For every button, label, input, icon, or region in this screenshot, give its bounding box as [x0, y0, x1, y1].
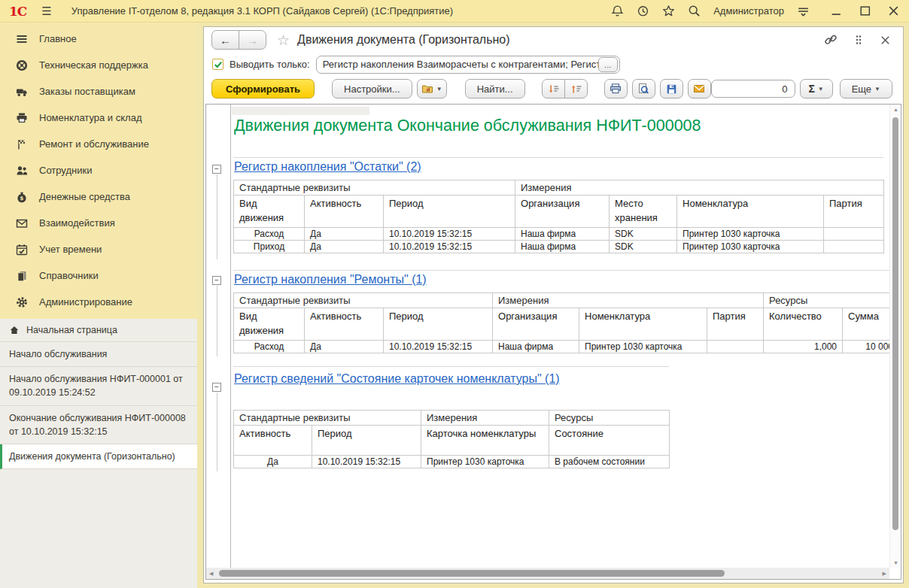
sort-descending-button[interactable]	[542, 79, 565, 99]
scroll-down-icon[interactable]: ▼	[890, 560, 901, 565]
navigation-buttons: ← →	[211, 30, 266, 50]
vertical-scroll-thumb[interactable]	[892, 117, 898, 530]
forward-button[interactable]: →	[239, 30, 266, 50]
sidebar-item-money[interactable]: $ Денежные средства	[0, 183, 197, 210]
sheet-header-strip	[232, 107, 369, 115]
register-link-ostatki[interactable]: Регистр накопления "Остатки" (2)	[234, 160, 421, 174]
sidebar-item-employees[interactable]: Сотрудники	[0, 157, 197, 183]
cell: Да	[234, 456, 312, 468]
window-item[interactable]: Начало обслуживания	[0, 342, 197, 367]
sidebar-item-support[interactable]: Техническая поддержка	[0, 52, 197, 78]
scroll-right-icon[interactable]: ▶	[883, 568, 886, 579]
settings-panel-icon[interactable]	[797, 5, 810, 17]
register-link-card-states[interactable]: Регистр сведений "Состояние карточек ном…	[234, 369, 655, 389]
settings-button[interactable]: Настройки...	[332, 79, 412, 99]
sidebar-item-label: Учет времени	[39, 244, 102, 255]
minimize-icon[interactable]	[830, 5, 843, 17]
vertical-scrollbar[interactable]: ▲ ▼	[889, 105, 901, 568]
report-spreadsheet: − − − Движения документа Окончание обслу…	[205, 104, 901, 580]
sidebar-item-references[interactable]: Справочники	[0, 262, 197, 289]
close-tab-icon[interactable]	[880, 35, 891, 46]
registers-filter-input[interactable]: Регистр накопления Взаиморасчеты с контр…	[316, 56, 620, 74]
sidebar-item-main[interactable]: Главное	[0, 26, 197, 52]
choose-registers-button[interactable]: ...	[598, 57, 618, 72]
1c-logo: 1С	[9, 4, 26, 19]
divider	[233, 366, 669, 367]
register-link-remonty[interactable]: Регистр накопления "Ремонты" (1)	[234, 273, 427, 286]
horizontal-scroll-thumb[interactable]	[219, 570, 725, 577]
movement-type-cell: Приход	[234, 240, 305, 253]
close-window-icon[interactable]	[887, 5, 900, 17]
title-bar: 1С ☰ Управление IT-отделом 8, редакция 3…	[0, 0, 909, 23]
output-only-checkbox[interactable]	[212, 59, 223, 70]
column-header: Активность	[234, 426, 312, 456]
sort-ascending-button[interactable]	[564, 79, 588, 99]
cell: 10.10.2019 15:32:15	[312, 456, 421, 468]
window-item-active[interactable]: Движения документа (Горизонтально)	[0, 444, 197, 469]
group-bracket-line	[217, 393, 217, 471]
window-title: Управление IT-отделом 8, редакция 3.1 КО…	[71, 5, 453, 17]
get-link-icon[interactable]	[824, 33, 838, 47]
more-actions-button[interactable]: Еще ▼	[840, 79, 892, 99]
preview-button[interactable]	[632, 79, 655, 99]
sidebar-item-time-tracking[interactable]: Учет времени	[0, 236, 197, 262]
favorites-star-icon[interactable]	[662, 5, 675, 17]
sidebar-item-label: Номенклатура и склад	[39, 112, 141, 123]
sidebar-item-nomenclature[interactable]: Номенклатура и склад	[0, 105, 197, 131]
main-menu-icon[interactable]: ☰	[41, 5, 51, 18]
register-table-card-states: Стандартные реквизиты Измерения Ресурсы …	[233, 410, 670, 468]
maximize-icon[interactable]	[859, 5, 871, 17]
collapse-group-button[interactable]: −	[212, 165, 221, 174]
sum-function-button[interactable]: Σ ▼	[800, 79, 833, 99]
column-header: Количество	[764, 308, 843, 341]
scroll-up-icon[interactable]: ▲	[890, 107, 901, 112]
section-menu: Главное Техническая поддержка Заказы пос…	[0, 23, 197, 315]
collapse-group-button[interactable]: −	[212, 383, 221, 392]
collapse-group-button[interactable]: −	[212, 276, 221, 285]
home-icon	[9, 325, 20, 335]
window-item-label: Начало обслуживания	[9, 349, 107, 359]
window-item[interactable]: Окончание обслуживания НФИТ-000008 от 10…	[0, 406, 197, 444]
send-mail-button[interactable]	[688, 79, 711, 99]
sidebar-item-supplier-orders[interactable]: Заказы поставщикам	[0, 78, 197, 105]
column-header: Состояние	[549, 426, 670, 456]
sidebar-item-repair[interactable]: Ремонт и обслуживание	[0, 131, 197, 157]
cell: Принтер 1030 карточка	[421, 456, 549, 468]
horizontal-scrollbar[interactable]: ◀ ▶	[206, 568, 889, 579]
dropdown-caret-icon: ▼	[874, 86, 880, 92]
group-bracket-line	[217, 174, 217, 259]
main-area: ← → ☆ Движения документа (Горизонтально)…	[197, 23, 909, 588]
print-button[interactable]	[604, 79, 628, 99]
output-only-label: Выводить только:	[230, 59, 310, 70]
scroll-left-icon[interactable]: ◀	[209, 568, 213, 579]
window-item-label: Окончание обслуживания НФИТ-000008 от 10…	[9, 413, 186, 437]
open-windows-panel: Начальная страница Начало обслуживания Н…	[0, 319, 197, 588]
sidebar-item-interactions[interactable]: Взаимодействия	[0, 210, 197, 236]
history-icon[interactable]	[637, 5, 649, 17]
save-button[interactable]	[660, 79, 683, 99]
group-header-cell: Стандартные реквизиты	[234, 180, 515, 195]
window-item[interactable]: Начало обслуживания НФИТ-000001 от 09.10…	[0, 367, 197, 405]
sidebar-item-label: Главное	[39, 33, 77, 44]
generate-button[interactable]: Сформировать	[211, 79, 315, 99]
cell: 10.10.2019 15:32:15	[384, 227, 515, 240]
report-variants-button[interactable]: ▼	[417, 79, 447, 99]
home-page-label: Начальная страница	[26, 323, 117, 337]
filter-row: Выводить только: Регистр накопления Взаи…	[204, 53, 903, 76]
sidebar-item-administration[interactable]: Администрирование	[0, 289, 197, 315]
back-button[interactable]: ←	[211, 30, 239, 50]
group-header-cell: Стандартные реквизиты	[234, 411, 421, 426]
favorite-star-icon[interactable]: ☆	[277, 32, 290, 49]
notifications-bell-icon[interactable]	[611, 5, 624, 17]
group-header-cell: Ресурсы	[764, 293, 889, 308]
find-button[interactable]: Найти...	[465, 79, 525, 99]
more-menu-icon[interactable]	[853, 34, 865, 46]
autosum-field[interactable]: 0	[711, 80, 795, 98]
cell: Наша фирма	[515, 227, 610, 240]
cell: Наша фирма	[493, 340, 579, 353]
movement-type-cell: Расход	[234, 340, 305, 353]
home-page-item[interactable]: Начальная страница	[0, 319, 197, 342]
group-margin: − − −	[206, 105, 231, 568]
search-icon[interactable]	[688, 5, 701, 17]
column-header: Номенклатура	[677, 195, 824, 228]
